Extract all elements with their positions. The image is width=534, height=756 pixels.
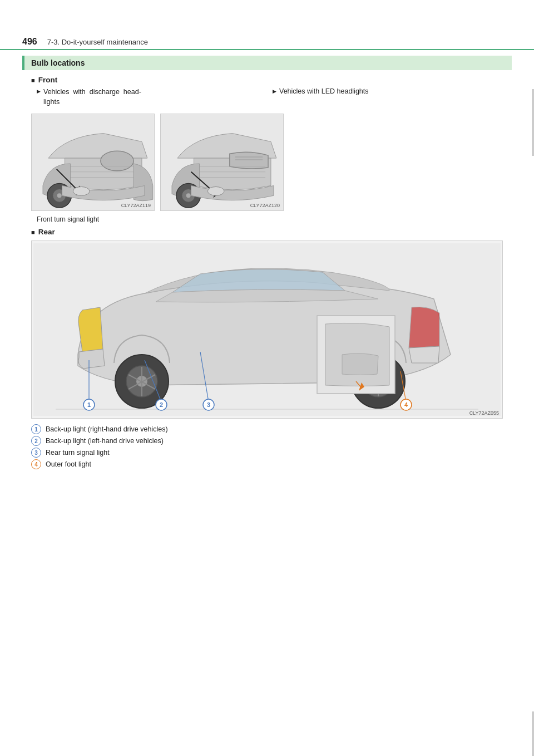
front-caption: Front turn signal light	[37, 215, 503, 223]
svg-point-1	[101, 151, 134, 171]
front-image-left: CLY72AZ119	[31, 114, 155, 211]
front-col-left: Vehicles with discharge head-lights	[31, 87, 267, 109]
svg-text:4: 4	[404, 401, 408, 408]
callout-3: 3	[31, 448, 41, 458]
front-image-right: CLY72AZ120	[160, 114, 284, 211]
callout-2: 2	[31, 436, 41, 446]
right-bar-bottom	[532, 711, 534, 756]
svg-text:2: 2	[160, 401, 163, 408]
led-label: Vehicles with LED headlights	[279, 87, 369, 95]
front-images: CLY72AZ119	[31, 114, 503, 211]
svg-text:3: 3	[207, 401, 210, 408]
svg-point-19	[186, 193, 191, 198]
front-col-right: Vehicles with LED headlights	[267, 87, 503, 109]
callout-4: 4	[31, 459, 41, 469]
rear-image-container: 1 2 3 4	[31, 240, 503, 419]
section-title: Bulb locations	[31, 58, 85, 67]
image-code-right: CLY72AZ120	[250, 203, 280, 208]
legend-text-2: Back-up light (left-hand drive vehicles)	[46, 437, 164, 445]
image-code-left: CLY72AZ119	[121, 203, 151, 208]
page-container: 496 7-3. Do-it-yourself maintenance Bulb…	[0, 33, 534, 756]
svg-point-10	[73, 186, 90, 195]
bullet-discharge: Vehicles with discharge head-lights	[31, 87, 267, 107]
rear-image-code: CLY72AZ055	[469, 410, 499, 416]
content-area: Front Vehicles with discharge head-light…	[0, 76, 534, 469]
callout-1: 1	[31, 424, 41, 434]
legend-item-3: 3 Rear turn signal light	[31, 448, 503, 458]
bullet-led: Vehicles with LED headlights	[267, 87, 503, 95]
chapter-title: 7-3. Do-it-yourself maintenance	[47, 38, 148, 46]
svg-text:1: 1	[87, 401, 91, 408]
svg-point-22	[207, 186, 224, 195]
rear-label: Rear	[31, 228, 503, 236]
legend-item-4: 4 Outer foot light	[31, 459, 503, 469]
front-columns: Vehicles with discharge head-lights Vehi…	[31, 87, 503, 109]
header-bar: 496 7-3. Do-it-yourself maintenance	[0, 33, 534, 50]
section-heading: Bulb locations	[22, 56, 512, 70]
page-number: 496	[22, 37, 37, 47]
legend-item-2: 2 Back-up light (left-hand drive vehicle…	[31, 436, 503, 446]
rear-car-svg: 1 2 3 4	[33, 243, 501, 416]
right-bar-top	[532, 89, 534, 156]
front-label: Front	[31, 76, 503, 84]
front-car-left-svg	[32, 114, 154, 210]
discharge-label: Vehicles with discharge head-lights	[43, 87, 141, 107]
legend-item-1: 1 Back-up light (right-hand drive vehicl…	[31, 424, 503, 434]
svg-point-7	[57, 193, 62, 198]
legend-text-3: Rear turn signal light	[46, 449, 110, 456]
front-car-right-svg	[161, 114, 283, 210]
legend-text-1: Back-up light (right-hand drive vehicles…	[46, 425, 168, 433]
legend-text-4: Outer foot light	[46, 460, 91, 468]
legend-list: 1 Back-up light (right-hand drive vehicl…	[31, 424, 503, 469]
